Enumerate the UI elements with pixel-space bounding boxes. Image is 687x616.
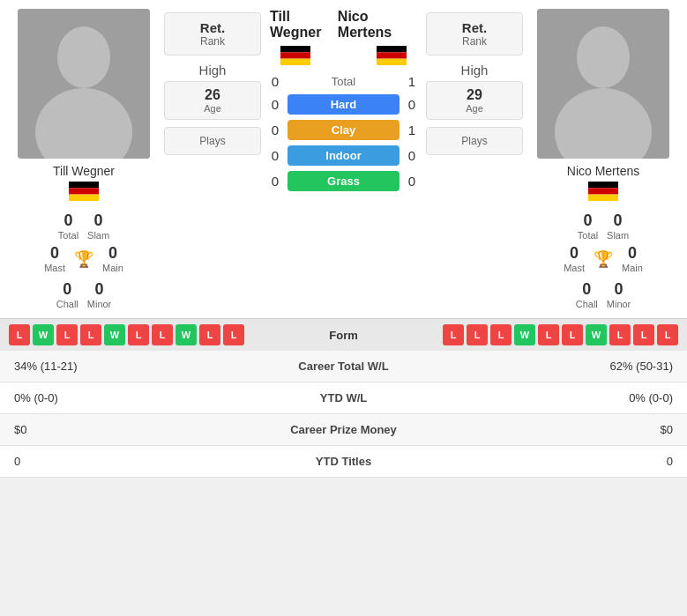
p1-name-top: Till Wegner — [270, 9, 338, 41]
player2-slam-label: Slam — [607, 230, 629, 241]
player2-rank-main: Ret. — [444, 20, 504, 35]
indoor-badge: Indoor — [287, 145, 400, 166]
svg-rect-15 — [588, 182, 618, 188]
player2-age-val: 29 — [441, 87, 508, 103]
form-badge-l: L — [223, 324, 244, 345]
form-badge-w: W — [514, 324, 535, 345]
player2-rank-sub: Rank — [444, 35, 504, 48]
grass-badge: Grass — [287, 171, 400, 191]
stat-label-2: Career Prize Money — [241, 414, 447, 446]
stat-p2-val-3: 0 — [446, 446, 687, 478]
svg-rect-4 — [69, 188, 99, 194]
player1-slam-stat: 0 Slam — [87, 212, 109, 241]
player2-name: Nico Mertens — [567, 164, 639, 178]
player2-mast-label: Mast — [564, 263, 585, 273]
player2-flag — [588, 182, 618, 201]
svg-rect-8 — [280, 59, 310, 65]
player1-chall-stat: 0 Chall — [56, 280, 78, 309]
stat-p2-val-0: 62% (50-31) — [446, 351, 687, 382]
stats-row-3: 0 YTD Titles 0 — [0, 446, 687, 478]
player1-total-stat: 0 Total — [58, 212, 78, 241]
p2-total-score: 1 — [403, 74, 421, 89]
player2-chall-row: 0 Chall 0 Minor — [576, 280, 631, 309]
p1-hard-score: 0 — [266, 97, 284, 112]
form-section: LWLLWLLWLL Form LLLWLLWLLL — [0, 318, 687, 351]
player2-minor-stat: 0 Minor — [607, 280, 631, 309]
svg-point-13 — [577, 26, 630, 88]
player2-mast-value: 0 — [564, 244, 585, 263]
stat-p2-val-1: 0% (0-0) — [446, 382, 687, 414]
p1-clay-score: 0 — [266, 122, 284, 137]
hard-row: 0 Hard 0 — [266, 94, 421, 115]
player1-main-stat: 0 Main — [102, 244, 123, 273]
form-badge-w: W — [33, 324, 54, 345]
form-badge-l: L — [443, 324, 464, 345]
player2-main-stat: 0 Main — [622, 244, 643, 273]
player2-slam-value: 0 — [607, 212, 629, 230]
svg-point-1 — [57, 26, 110, 88]
player1-trophy-icon: 🏆 — [74, 249, 93, 269]
svg-rect-5 — [69, 195, 99, 201]
total-label: Total — [284, 75, 403, 88]
stat-p1-val-1: 0% (0-0) — [0, 382, 241, 414]
form-badge-l: L — [152, 324, 173, 345]
player1-chall-row: 0 Chall 0 Minor — [56, 280, 112, 309]
svg-rect-9 — [377, 46, 407, 52]
stats-row-1: 0% (0-0) YTD W/L 0% (0-0) — [0, 382, 687, 414]
player2-minor-label: Minor — [607, 299, 631, 309]
player2-slam-stat: 0 Slam — [607, 212, 629, 241]
player2-trophy-row: 0 Mast 🏆 0 Main — [564, 244, 643, 273]
player2-age-box: 29 Age — [426, 81, 523, 120]
form-badge-l: L — [9, 324, 30, 345]
indoor-row: 0 Indoor 0 — [266, 145, 421, 166]
stats-row-2: $0 Career Prize Money $0 — [0, 414, 687, 446]
form-badge-l: L — [80, 324, 101, 345]
form-badge-l: L — [657, 324, 678, 345]
player1-form: LWLLWLLWLL — [9, 324, 296, 345]
svg-rect-3 — [69, 182, 99, 188]
player1-mast-label: Mast — [44, 263, 65, 273]
player1-total-value: 0 — [58, 212, 78, 230]
player1-minor-label: Minor — [87, 299, 112, 309]
grass-row: 0 Grass 0 — [266, 171, 421, 191]
player1-plays-label: Plays — [183, 135, 243, 147]
hard-badge: Hard — [287, 94, 400, 115]
stats-row-0: 34% (11-21) Career Total W/L 62% (50-31) — [0, 351, 687, 382]
player1-age-label: Age — [179, 103, 246, 114]
form-badge-l: L — [609, 324, 631, 345]
player2-chall-label: Chall — [576, 299, 598, 309]
player1-stats: 0 Total 0 Slam — [58, 212, 109, 241]
main-container: Till Wegner 0 Total 0 Slam — [0, 0, 687, 478]
stat-label-1: YTD W/L — [241, 382, 447, 414]
p2-indoor-score: 0 — [403, 148, 421, 163]
player1-rank-main: Ret. — [183, 20, 243, 35]
form-label: Form — [300, 329, 388, 342]
p2-clay-score: 1 — [403, 122, 421, 137]
p1-flag-center — [280, 46, 310, 65]
surface-area: Till Wegner Nico Mertens 0 Total — [266, 9, 421, 195]
players-area: Till Wegner 0 Total 0 Slam — [0, 0, 687, 318]
svg-rect-11 — [377, 59, 407, 65]
clay-badge: Clay — [287, 120, 400, 140]
player1-total-label: Total — [58, 230, 78, 241]
stats-table: 34% (11-21) Career Total W/L 62% (50-31)… — [0, 351, 687, 478]
player1-high: High — [164, 63, 261, 78]
stat-p2-val-2: $0 — [446, 414, 687, 446]
svg-rect-10 — [377, 52, 407, 58]
form-badge-w: W — [586, 324, 607, 345]
player2-total-stat: 0 Total — [578, 212, 598, 241]
player2-plays-box: Plays — [426, 127, 523, 155]
player1-trophy-row: 0 Mast 🏆 0 Main — [44, 244, 123, 273]
svg-rect-16 — [588, 188, 618, 194]
player2-chall-value: 0 — [576, 280, 598, 299]
player2-main-value: 0 — [622, 244, 643, 263]
p1-indoor-score: 0 — [266, 148, 284, 163]
player2-stats: 0 Total 0 Slam — [578, 212, 629, 241]
player2-rank-box: Ret. Rank — [426, 12, 523, 56]
player1-plays-box: Plays — [164, 127, 261, 155]
player2-mast-stat: 0 Mast — [564, 244, 585, 273]
form-badge-w: W — [104, 324, 125, 345]
player2-minor-value: 0 — [607, 280, 631, 299]
stat-label-3: YTD Titles — [241, 446, 447, 478]
player2-trophy-icon: 🏆 — [594, 249, 613, 269]
